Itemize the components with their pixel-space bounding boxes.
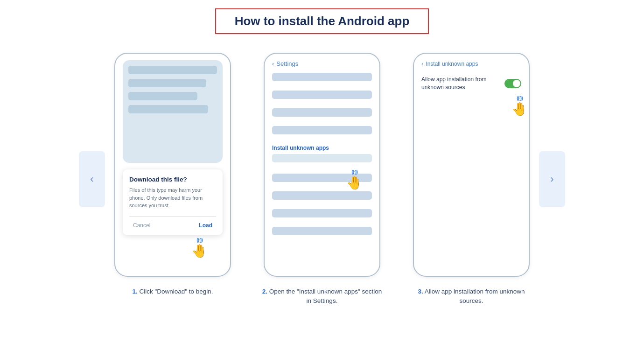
page-title: How to install the Android app xyxy=(235,14,410,28)
allow-toggle[interactable] xyxy=(504,79,521,88)
download-dialog: Download this file? Files of this type m… xyxy=(123,169,223,235)
step-3-number: 3. xyxy=(418,288,423,295)
load-button[interactable]: Load xyxy=(195,220,216,231)
settings-bar xyxy=(272,73,372,81)
tap-cursor-1: ((·)) 🤚 xyxy=(191,237,208,259)
highlighted-bar xyxy=(272,154,372,162)
phone-mockup-1: Download this file? Files of this type m… xyxy=(114,53,231,277)
cancel-button[interactable]: Cancel xyxy=(129,220,154,231)
step-1-description: 1. Click "Download" to begin. xyxy=(132,287,213,296)
step-1-text: Click "Download" to begin. xyxy=(139,288,213,295)
step-2-text: Open the "Install unknown apps" section … xyxy=(269,288,382,304)
prev-arrow-button[interactable]: ‹ xyxy=(79,151,105,207)
hand-pointer-icon: 🤚 xyxy=(346,175,363,190)
hand-pointer-icon: 🤚 xyxy=(191,243,208,259)
chevron-left-icon: ‹ xyxy=(90,173,93,185)
step-3: ‹ Install unknown apps Allow app install… xyxy=(408,53,534,306)
next-arrow-button[interactable]: › xyxy=(539,151,565,207)
install-unknown-item: Install unknown apps ((·)) 🤚 xyxy=(272,145,372,162)
back-chevron-icon: ‹ xyxy=(272,60,274,67)
dialog-buttons: Cancel Load ((·)) 🤚 xyxy=(129,216,216,231)
tap-cursor-2: ((·)) 🤚 xyxy=(346,169,363,190)
settings-bar xyxy=(272,108,372,117)
step-3-text: Allow app installation from unknown sour… xyxy=(425,288,525,304)
tap-area-3: ((·)) 🤚 xyxy=(421,95,521,133)
page-title-container: How to install the Android app xyxy=(215,8,429,34)
settings-bar xyxy=(272,91,372,99)
settings-list xyxy=(272,73,372,139)
placeholder-bar xyxy=(128,66,217,74)
install-unknown-label: Install unknown apps xyxy=(272,145,372,151)
placeholder-bar xyxy=(128,105,208,113)
carousel-area: ‹ Download this file? Files of this type… xyxy=(0,53,644,306)
hand-pointer-icon: 🤚 xyxy=(511,101,528,117)
step-1: Download this file? Files of this type m… xyxy=(110,53,236,296)
phone-top-area xyxy=(123,60,223,163)
tap-waves-icon: ((·)) xyxy=(351,169,357,175)
steps-container: Download this file? Files of this type m… xyxy=(110,53,534,306)
settings-header: ‹ Settings xyxy=(272,60,372,67)
phone-mockup-2: ‹ Settings Install unknown apps ((·)) xyxy=(264,53,380,277)
phone-mockup-3: ‹ Install unknown apps Allow app install… xyxy=(413,53,530,277)
dialog-title: Download this file? xyxy=(129,176,216,183)
settings-bar xyxy=(272,227,372,235)
install-unknown-header: ‹ Install unknown apps xyxy=(421,60,521,67)
settings-bar xyxy=(272,191,372,200)
back-chevron-icon: ‹ xyxy=(421,60,423,67)
step-3-description: 3. Allow app installation from unknown s… xyxy=(408,287,534,306)
tap-waves-icon: ((·)) xyxy=(196,237,203,243)
placeholder-bar xyxy=(128,79,206,87)
install-back-label: Install unknown apps xyxy=(426,61,478,67)
step-2-number: 2. xyxy=(262,288,267,295)
allow-sources-text: Allow app installation from unknown sour… xyxy=(421,76,504,91)
dialog-body-text: Files of this type may harm your phone. … xyxy=(129,186,216,210)
tap-waves-icon: ((·)) xyxy=(517,95,523,101)
placeholder-bar xyxy=(128,92,197,100)
allow-toggle-row: Allow app installation from unknown sour… xyxy=(421,76,521,91)
chevron-right-icon: › xyxy=(550,173,553,185)
tap-cursor-3: ((·)) 🤚 xyxy=(511,95,528,117)
settings-back-label: Settings xyxy=(276,60,298,67)
step-1-number: 1. xyxy=(132,288,137,295)
step-2-description: 2. Open the "Install unknown apps" secti… xyxy=(259,287,385,306)
settings-bar xyxy=(272,209,372,217)
step-2: ‹ Settings Install unknown apps ((·)) xyxy=(259,53,385,306)
settings-bar xyxy=(272,126,372,134)
